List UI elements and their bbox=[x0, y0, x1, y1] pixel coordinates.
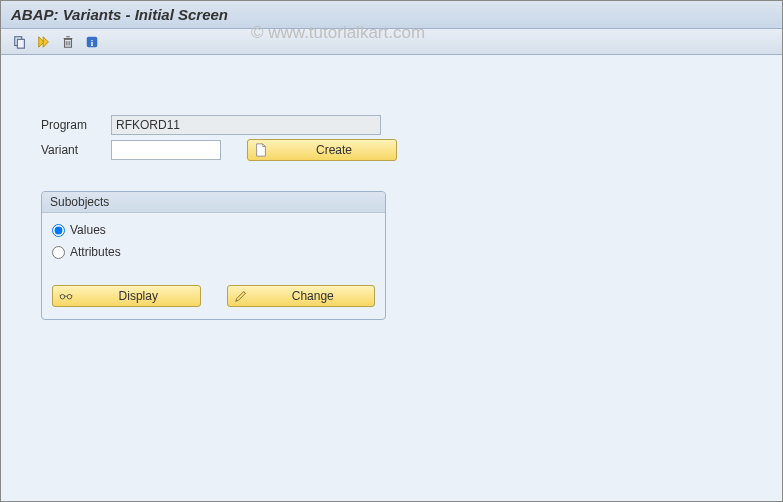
subobjects-title: Subobjects bbox=[42, 192, 385, 213]
program-row: Program bbox=[41, 115, 782, 135]
change-button[interactable]: Change bbox=[227, 285, 376, 307]
variant-row: Variant Create bbox=[41, 139, 782, 161]
toolbar: i bbox=[1, 29, 782, 55]
subobjects-group: Subobjects Values Attributes Display Cha… bbox=[41, 191, 386, 320]
execute-icon[interactable] bbox=[35, 33, 53, 51]
info-icon[interactable]: i bbox=[83, 33, 101, 51]
values-radio-row[interactable]: Values bbox=[42, 219, 385, 241]
svg-rect-1 bbox=[17, 39, 24, 48]
values-radio-label: Values bbox=[70, 223, 106, 237]
svg-point-11 bbox=[67, 294, 71, 298]
variant-label: Variant bbox=[41, 143, 111, 157]
glasses-icon bbox=[59, 289, 73, 303]
attributes-radio-label: Attributes bbox=[70, 245, 121, 259]
copy-icon[interactable] bbox=[11, 33, 29, 51]
content-area: Program Variant Create Subobjects Values… bbox=[1, 55, 782, 502]
change-button-label: Change bbox=[258, 289, 369, 303]
document-icon bbox=[254, 143, 268, 157]
svg-line-12 bbox=[60, 295, 61, 296]
pencil-icon bbox=[234, 289, 248, 303]
delete-icon[interactable] bbox=[59, 33, 77, 51]
group-buttons: Display Change bbox=[42, 263, 385, 307]
window-title-bar: ABAP: Variants - Initial Screen bbox=[1, 1, 782, 29]
values-radio[interactable] bbox=[52, 224, 65, 237]
program-field[interactable] bbox=[111, 115, 381, 135]
window-title: ABAP: Variants - Initial Screen bbox=[11, 6, 228, 23]
display-button[interactable]: Display bbox=[52, 285, 201, 307]
create-button-label: Create bbox=[278, 143, 390, 157]
attributes-radio-row[interactable]: Attributes bbox=[42, 241, 385, 263]
svg-line-13 bbox=[71, 295, 72, 296]
display-button-label: Display bbox=[83, 289, 194, 303]
svg-point-10 bbox=[60, 294, 64, 298]
create-button[interactable]: Create bbox=[247, 139, 397, 161]
attributes-radio[interactable] bbox=[52, 246, 65, 259]
program-label: Program bbox=[41, 118, 111, 132]
variant-field[interactable] bbox=[111, 140, 221, 160]
